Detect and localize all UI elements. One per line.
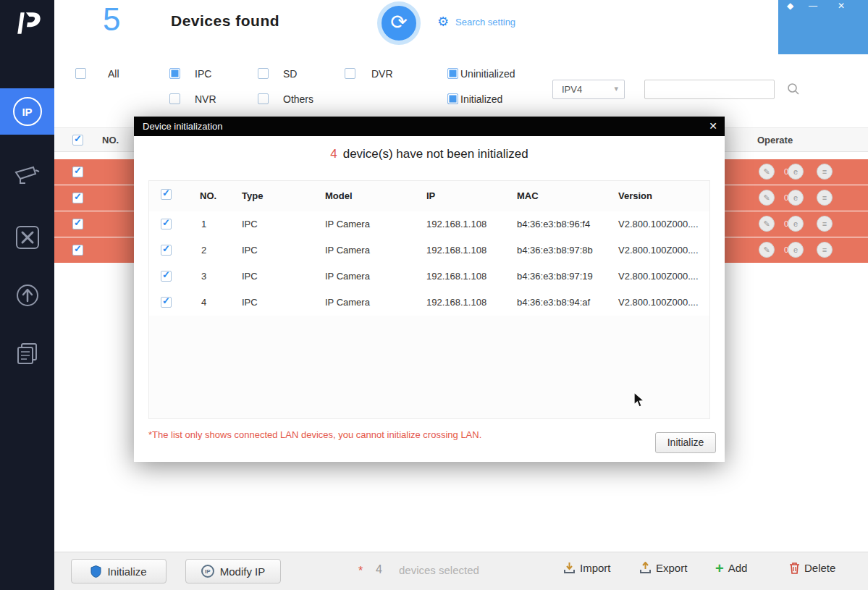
uninitialized-message: device(s) have not been initialized (343, 147, 528, 161)
cell-ip: 192.168.1.108 (426, 271, 486, 282)
sidebar: IP (0, 0, 54, 590)
dialog-row-checkbox[interactable] (161, 219, 172, 229)
edit-icon[interactable]: ✎ (759, 242, 775, 258)
cell-model: IP Camera (325, 271, 370, 282)
import-button[interactable]: Import (563, 562, 611, 574)
details-icon[interactable]: ≡ (817, 190, 833, 206)
sidebar-item-documents[interactable] (0, 330, 54, 376)
dialog-row-checkbox[interactable] (161, 245, 172, 256)
filter-ipc-label: IPC (195, 68, 211, 80)
search-setting-link[interactable]: Search setting (455, 17, 515, 28)
row-checkbox[interactable] (72, 219, 83, 229)
cell-version: V2.800.100Z000.... (618, 219, 699, 229)
dialog-title: Device initialization (143, 121, 223, 132)
camera-icon (14, 165, 41, 188)
row-checkbox[interactable] (72, 245, 83, 256)
details-icon[interactable]: ≡ (817, 242, 833, 258)
sidebar-item-upgrade[interactable] (0, 272, 54, 319)
cell-model: IP Camera (325, 245, 370, 256)
search-icon[interactable] (786, 82, 801, 96)
dialog-col-mac: MAC (517, 190, 539, 201)
dialog-initialize-button[interactable]: Initialize (655, 432, 716, 453)
refresh-button[interactable]: ⟳ (377, 1, 421, 45)
dialog-row-checkbox[interactable] (161, 297, 172, 308)
ip-config-icon: IP (13, 97, 42, 126)
window-title-area: ◆ — ✕ (778, 0, 868, 54)
initialize-button[interactable]: Initialize (71, 559, 167, 583)
trash-icon (789, 562, 800, 574)
row-checkbox[interactable] (72, 167, 83, 177)
cell-version: V2.800.100Z000.... (618, 271, 699, 282)
cell-type: IPC (242, 271, 258, 282)
filter-nvr-label: NVR (195, 93, 216, 105)
filter-nvr-checkbox[interactable] (169, 93, 180, 104)
plus-icon: + (715, 563, 724, 573)
cell-mac: b4:36:e3:b8:96:f4 (517, 219, 590, 229)
dialog-table-row: 2 IPC IP Camera 192.168.1.108 b4:36:e3:b… (149, 237, 709, 264)
chevron-down-icon: ▾ (614, 84, 618, 93)
selected-count-label: devices selected (399, 564, 479, 576)
details-icon[interactable]: ≡ (817, 216, 833, 232)
filter-others-label: Others (283, 93, 313, 105)
dialog-footnote: *The list only shows connected LAN devic… (148, 429, 481, 440)
browser-icon[interactable]: e (788, 164, 804, 180)
cell-version: V2.800.100Z000.... (618, 297, 699, 308)
add-button[interactable]: + Add (715, 562, 747, 574)
ip-version-select[interactable]: IPV4 ▾ (552, 80, 625, 99)
config-tool-window: IP (0, 0, 868, 590)
filter-initialized-checkbox[interactable] (447, 93, 458, 104)
filter-ipc-checkbox[interactable] (169, 68, 180, 79)
modify-ip-button[interactable]: IP Modify IP (185, 559, 281, 583)
filter-uninitialized-checkbox[interactable] (447, 68, 458, 79)
filter-initialized-label: Initialized (460, 93, 502, 105)
dialog-row-checkbox[interactable] (161, 271, 172, 282)
pin-icon[interactable]: ◆ (787, 1, 793, 11)
minimize-button[interactable]: — (809, 1, 817, 11)
cell-mac: b4:36:e3:b8:97:19 (517, 271, 593, 282)
dialog-message: 4device(s) have not been initialized (134, 147, 725, 161)
dialog-titlebar: Device initialization ✕ (134, 117, 725, 136)
search-input[interactable] (644, 80, 775, 99)
device-initialization-dialog: Device initialization ✕ 4device(s) have … (134, 117, 725, 462)
cell-ip: 192.168.1.108 (426, 219, 486, 229)
import-icon (563, 562, 576, 574)
details-icon[interactable]: ≡ (817, 164, 833, 180)
filter-sd-checkbox[interactable] (258, 68, 269, 79)
required-asterisk: * (358, 565, 363, 578)
dialog-col-version: Version (618, 190, 652, 201)
dialog-select-all-checkbox[interactable] (161, 189, 172, 200)
select-all-checkbox[interactable] (72, 135, 83, 146)
delete-button[interactable]: Delete (789, 562, 835, 574)
close-button[interactable]: ✕ (838, 1, 845, 11)
modify-ip-icon: IP (201, 565, 214, 578)
refresh-icon: ⟳ (390, 11, 407, 33)
uninitialized-count: 4 (330, 147, 337, 161)
cell-mac: b4:36:e3:b8:97:8b (517, 245, 593, 256)
devices-found-title: Devices found (171, 12, 279, 30)
browser-icon[interactable]: e (788, 190, 804, 206)
cell-no: 4 (201, 297, 206, 308)
selected-count: 4 (376, 563, 382, 576)
browser-icon[interactable]: e (788, 242, 804, 258)
filter-all-checkbox[interactable] (75, 68, 86, 79)
sidebar-item-ip-config[interactable]: IP (0, 88, 54, 135)
browser-icon[interactable]: e (788, 216, 804, 232)
filter-others-checkbox[interactable] (258, 93, 269, 104)
dialog-close-icon[interactable]: ✕ (709, 120, 717, 132)
dahua-logo (0, 0, 54, 46)
cell-model: IP Camera (325, 297, 370, 308)
cell-type: IPC (242, 219, 258, 229)
cell-mac: b4:36:e3:b8:94:af (517, 297, 590, 308)
search-setting-gear-icon[interactable]: ⚙ (437, 14, 449, 30)
edit-icon[interactable]: ✎ (759, 164, 775, 180)
sidebar-item-camera[interactable] (0, 153, 54, 200)
edit-icon[interactable]: ✎ (759, 190, 775, 206)
edit-icon[interactable]: ✎ (759, 216, 775, 232)
initialize-button-label: Initialize (107, 565, 146, 578)
export-button[interactable]: Export (639, 562, 687, 574)
cell-model: IP Camera (325, 219, 370, 229)
row-checkbox[interactable] (72, 193, 83, 203)
sidebar-item-maintenance[interactable] (0, 214, 54, 261)
tools-icon (15, 225, 40, 250)
filter-dvr-checkbox[interactable] (345, 68, 355, 79)
